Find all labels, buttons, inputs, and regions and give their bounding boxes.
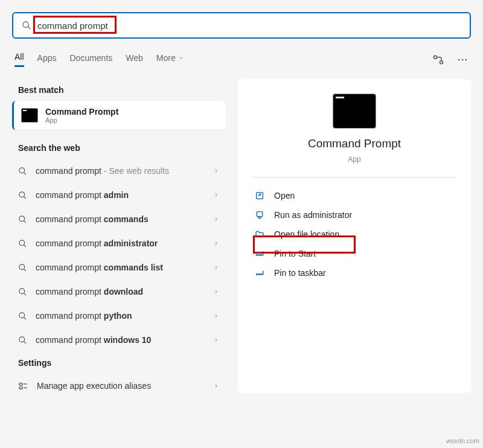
svg-rect-29 <box>257 212 262 217</box>
svg-point-6 <box>465 59 467 60</box>
settings-alias-icon <box>18 381 28 391</box>
chevron-right-icon <box>213 191 220 199</box>
flow-icon[interactable] <box>432 54 444 66</box>
section-settings: Settings <box>12 352 226 374</box>
svg-point-19 <box>19 312 25 318</box>
web-result-3[interactable]: command prompt administrator <box>12 231 226 255</box>
best-match-item[interactable]: Command Prompt App <box>12 101 226 130</box>
best-match-subtitle: App <box>45 117 118 124</box>
tab-web[interactable]: Web <box>126 53 143 66</box>
svg-point-2 <box>434 56 437 59</box>
chevron-right-icon <box>213 288 220 295</box>
action-pin-taskbar[interactable]: Pin to taskbar <box>245 263 464 283</box>
svg-point-0 <box>23 22 28 27</box>
svg-point-3 <box>440 60 443 63</box>
action-run-admin[interactable]: Run as administrator <box>245 205 464 225</box>
web-result-1[interactable]: command prompt admin <box>12 183 226 207</box>
chevron-right-icon <box>213 264 220 271</box>
web-result-4[interactable]: command prompt commands list <box>12 255 226 280</box>
pin-icon <box>255 268 266 278</box>
section-web: Search the web <box>12 137 226 159</box>
web-result-label: command prompt administrator <box>36 238 213 248</box>
web-result-7[interactable]: command prompt windows 10 <box>12 328 226 352</box>
svg-line-16 <box>24 269 26 271</box>
svg-line-14 <box>24 245 26 247</box>
svg-line-20 <box>24 317 26 319</box>
chevron-right-icon <box>213 312 220 319</box>
web-result-label: command prompt windows 10 <box>36 335 213 345</box>
best-match-title: Command Prompt <box>45 107 118 117</box>
tab-apps[interactable]: Apps <box>37 53 57 66</box>
action-label: Pin to Start <box>274 249 316 258</box>
search-input[interactable] <box>37 21 461 31</box>
svg-point-17 <box>19 288 25 293</box>
chevron-down-icon <box>178 55 184 61</box>
action-label: Run as administrator <box>274 210 352 220</box>
settings-item-label: Manage app execution aliases <box>37 381 151 391</box>
tab-documents[interactable]: Documents <box>69 53 112 66</box>
pin-icon <box>255 249 266 258</box>
action-label: Open <box>274 191 295 200</box>
svg-rect-23 <box>19 383 22 385</box>
tab-all[interactable]: All <box>14 52 24 67</box>
svg-point-11 <box>19 216 25 221</box>
action-label: Pin to taskbar <box>274 268 326 278</box>
svg-point-15 <box>19 264 25 269</box>
search-icon <box>18 167 27 176</box>
svg-line-1 <box>28 27 30 29</box>
chevron-right-icon <box>213 240 220 247</box>
svg-point-9 <box>19 191 25 197</box>
detail-title: Command Prompt <box>308 137 401 150</box>
web-result-label: command prompt - See web results <box>36 166 213 176</box>
web-result-label: command prompt download <box>36 287 213 296</box>
search-icon <box>18 191 27 200</box>
more-options-icon[interactable] <box>456 54 469 66</box>
web-result-5[interactable]: command prompt download <box>12 280 226 304</box>
svg-point-21 <box>19 336 25 342</box>
tab-more[interactable]: More <box>156 53 184 66</box>
chevron-right-icon <box>213 382 220 389</box>
search-icon <box>22 21 31 30</box>
web-result-0[interactable]: command prompt - See web results <box>12 159 226 183</box>
folder-icon <box>255 229 266 239</box>
svg-point-5 <box>462 59 464 60</box>
action-open[interactable]: Open <box>245 186 464 205</box>
section-best-match: Best match <box>12 79 226 101</box>
svg-line-18 <box>24 293 26 295</box>
tab-more-label: More <box>156 53 176 63</box>
search-icon <box>18 239 27 248</box>
open-icon <box>255 191 266 200</box>
chevron-right-icon <box>213 167 220 174</box>
web-result-label: command prompt commands list <box>36 263 213 272</box>
web-result-2[interactable]: command prompt commands <box>12 207 226 231</box>
svg-line-22 <box>24 341 26 344</box>
tabs-row: All Apps Documents Web More <box>12 52 471 67</box>
detail-subtitle: App <box>348 155 360 164</box>
svg-rect-24 <box>19 386 22 389</box>
web-result-label: command prompt admin <box>36 190 213 200</box>
svg-line-10 <box>24 196 26 199</box>
settings-item-0[interactable]: Manage app execution aliases <box>12 374 226 398</box>
svg-point-4 <box>458 59 460 60</box>
svg-point-7 <box>19 167 25 173</box>
svg-line-12 <box>24 220 26 223</box>
action-open-location[interactable]: Open file location <box>245 225 464 244</box>
svg-point-13 <box>19 240 25 245</box>
watermark: wsxdn.com <box>446 437 479 444</box>
results-panel: Best match Command Prompt App Search the… <box>12 79 226 398</box>
web-result-label: command prompt python <box>36 311 213 321</box>
web-result-label: command prompt commands <box>36 214 213 224</box>
shield-icon <box>255 210 266 220</box>
search-window: All Apps Documents Web More Best match <box>0 0 483 448</box>
search-bar[interactable] <box>12 12 471 39</box>
action-pin-start[interactable]: Pin to Start <box>245 244 464 263</box>
divider <box>252 177 456 178</box>
search-icon <box>18 336 27 345</box>
search-icon <box>18 215 27 224</box>
search-icon <box>18 312 27 321</box>
svg-line-8 <box>24 172 26 174</box>
action-label: Open file location <box>274 229 339 239</box>
search-icon <box>18 263 27 272</box>
web-result-6[interactable]: command prompt python <box>12 304 226 328</box>
detail-panel: Command Prompt App Open Run as administr… <box>238 79 471 393</box>
